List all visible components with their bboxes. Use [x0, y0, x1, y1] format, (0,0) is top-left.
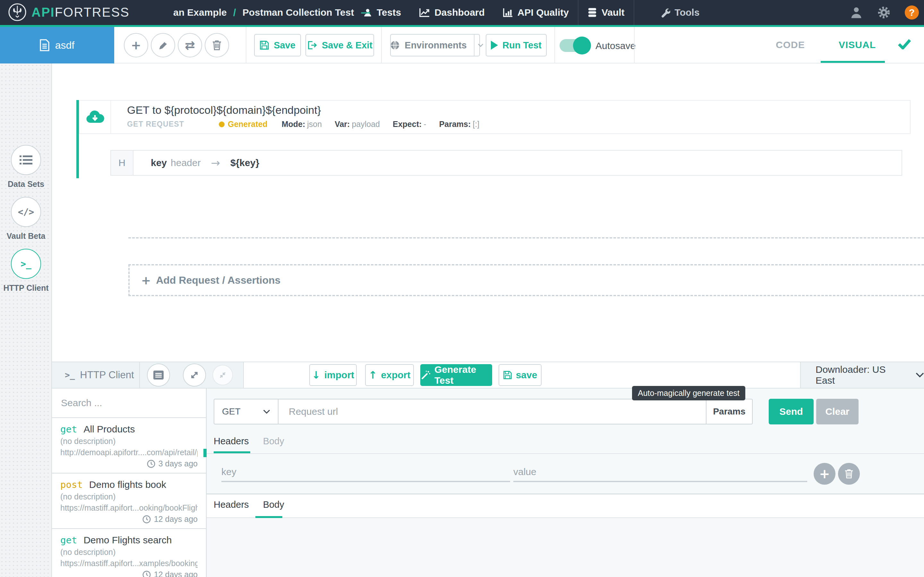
request-age: 3 days ago	[60, 459, 198, 468]
expand-panel-button[interactable]	[183, 364, 206, 387]
add-header-button[interactable]: +	[814, 463, 835, 485]
drop-zone-divider	[128, 237, 924, 239]
tab-request-body[interactable]: Body	[263, 436, 284, 453]
request-list-view-button[interactable]	[147, 364, 170, 387]
export-button[interactable]: ↑ export	[365, 364, 414, 386]
panel-resize-handle[interactable]	[204, 449, 207, 457]
sidebar-item-http-client[interactable]: >_	[11, 249, 41, 279]
saved-request-item[interactable]: get Demo Flights search (no description)…	[52, 529, 206, 577]
autosave-label: Autosave	[596, 40, 636, 51]
response-tabs: Headers Body	[214, 500, 284, 516]
request-name: Demo flights book	[89, 479, 166, 490]
http-client-request-area: GET Params Send Clear Headers Body + Hea…	[207, 388, 924, 577]
tab-code[interactable]: CODE	[776, 27, 805, 63]
tab-request-headers[interactable]: Headers	[214, 436, 249, 453]
breadcrumb-test[interactable]: Postman Collection Test	[242, 7, 354, 18]
add-request-assertions-button[interactable]: + Add Request / Assertions	[128, 264, 924, 296]
chevron-down-icon	[263, 409, 270, 414]
dashboard-chart-icon	[419, 8, 430, 17]
request-name: Demo Flights search	[83, 535, 172, 546]
send-button[interactable]: Send	[769, 399, 814, 424]
request-url: http://demoapi.apifortr....com/api/retai…	[60, 448, 198, 457]
nav-api-quality[interactable]: API Quality	[494, 0, 578, 25]
reorder-tests-button[interactable]: ⇄	[178, 33, 202, 57]
clock-icon	[142, 515, 151, 524]
trash-icon	[845, 469, 853, 479]
generate-test-button[interactable]: Generate Test	[420, 364, 492, 386]
arrow-up-icon: ↑	[368, 369, 377, 381]
request-tabs: Headers Body	[214, 436, 284, 453]
saved-request-item[interactable]: get All Products (no description) http:/…	[52, 418, 206, 474]
request-description: (no description)	[60, 437, 198, 446]
arrow-down-icon: ↓	[312, 369, 320, 381]
main-nav: Tests Dashboard API Quality Vault	[354, 0, 708, 25]
saved-check-icon	[898, 39, 911, 49]
saved-request-item[interactable]: post Demo flights book (no description) …	[52, 474, 206, 529]
tab-visual[interactable]: VISUAL	[838, 27, 876, 63]
request-method: get	[60, 424, 77, 435]
request-tab-border	[207, 453, 924, 454]
sidebar-item-data-sets[interactable]	[11, 145, 41, 175]
save-button[interactable]: Save	[254, 34, 301, 56]
code-brackets-icon: </>	[18, 207, 34, 218]
tab-response-headers[interactable]: Headers	[214, 500, 249, 516]
header-key-input[interactable]	[221, 463, 510, 482]
search-input[interactable]	[52, 388, 206, 418]
import-button[interactable]: ↓ import	[309, 364, 357, 386]
params-button[interactable]: Params	[706, 400, 752, 424]
clear-button[interactable]: Clear	[816, 399, 859, 424]
header-value-input[interactable]	[513, 463, 807, 482]
request-url-input[interactable]	[278, 400, 706, 424]
save-floppy-icon	[503, 371, 512, 380]
panel-view-controls	[140, 362, 244, 388]
apifortress-logo-icon	[8, 3, 27, 22]
environments-dropdown[interactable]: Environments	[390, 34, 480, 56]
header-assertion-row[interactable]: H key header → ${key}	[110, 150, 902, 176]
help-icon[interactable]: ?	[905, 5, 919, 19]
user-account-icon[interactable]	[850, 6, 863, 19]
tab-response-body[interactable]: Body	[263, 500, 284, 516]
nav-tests[interactable]: Tests	[354, 0, 410, 25]
sidebar-item-vault-beta[interactable]: </>	[11, 197, 41, 227]
nav-vault[interactable]: Vault	[578, 0, 634, 25]
request-url: https://mastiff.apifort...ooking/bookFli…	[60, 503, 198, 513]
meta-var: Var:payload	[334, 119, 380, 129]
app-root: APIFORTRESS an Example / Postman Collect…	[0, 0, 924, 577]
toolbar-divider	[634, 27, 635, 63]
breadcrumb-project[interactable]: an Example	[173, 7, 227, 18]
nav-tools[interactable]: Tools	[651, 0, 709, 25]
nav-dashboard[interactable]: Dashboard	[410, 0, 494, 25]
save-request-button[interactable]: save	[499, 364, 541, 386]
downloader-select[interactable]: Downloader: US East	[800, 362, 924, 388]
header-key: key	[151, 157, 167, 168]
run-test-button[interactable]: Run Test	[486, 34, 547, 56]
sidebar-label-vault-beta: Vault Beta	[0, 231, 52, 241]
request-component[interactable]: GET to ${protocol}${domain}${endpoint} G…	[76, 100, 911, 134]
delete-header-button[interactable]	[838, 463, 860, 485]
component-icon-cell	[79, 101, 111, 133]
environments-caret[interactable]	[474, 35, 487, 56]
collapse-panel-button[interactable]	[212, 365, 233, 385]
cloud-download-icon	[86, 109, 105, 125]
save-exit-icon	[307, 40, 317, 50]
navbar-right: ?	[850, 0, 919, 25]
arrow-right-icon: →	[211, 156, 220, 169]
method-select[interactable]: GET	[214, 400, 278, 424]
add-test-button[interactable]: +	[124, 33, 148, 57]
tests-person-icon	[363, 8, 372, 17]
test-toolbar: asdf + ⇄ Save Save & Exit Environments R…	[0, 27, 924, 63]
save-floppy-icon	[260, 40, 269, 50]
autosave-toggle[interactable]	[559, 39, 589, 52]
logo[interactable]: APIFORTRESS	[8, 3, 129, 22]
saved-requests-column: get All Products (no description) http:/…	[52, 388, 207, 577]
settings-gear-icon[interactable]	[877, 6, 891, 19]
header-kind: header	[171, 157, 200, 168]
document-icon	[40, 39, 49, 51]
panel-actions: ↓ import ↑ export Generate Test save Aut…	[244, 362, 800, 388]
save-and-exit-button[interactable]: Save & Exit	[305, 34, 374, 56]
test-tab-asdf[interactable]: asdf	[0, 27, 114, 63]
delete-test-button[interactable]	[205, 33, 229, 57]
magic-wand-icon	[421, 370, 431, 380]
trash-icon	[212, 40, 222, 51]
edit-test-button[interactable]	[151, 33, 175, 57]
